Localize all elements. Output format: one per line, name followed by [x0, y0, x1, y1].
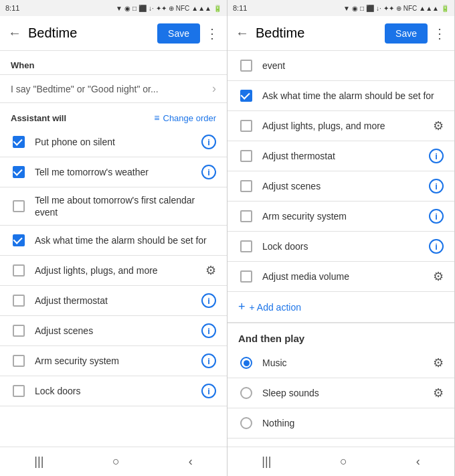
- radio-music[interactable]: [238, 355, 254, 371]
- add-action-button[interactable]: + + Add action: [227, 292, 454, 322]
- info-icon-adjust-scenes[interactable]: i: [201, 323, 216, 338]
- action-text-tell-weather: Tell me tomorrow's weather: [35, 166, 201, 178]
- action-text-arm-security: Arm security system: [35, 355, 201, 367]
- action-text-lock-doors-r: Lock doors: [262, 240, 429, 252]
- chevron-right-icon: ›: [212, 82, 216, 96]
- status-time-right: 8:11: [233, 4, 247, 12]
- list-lines-icon: ≡: [154, 112, 159, 123]
- info-icon-arm-security-r[interactable]: i: [429, 209, 444, 224]
- nav-recent-icon-right[interactable]: |||: [262, 455, 271, 469]
- status-bar-right: 8:11 ▼ ◉ □ ⬛ ↓· ✦✦ ⊕ NFC ▲▲▲ 🔋: [227, 0, 454, 16]
- radio-item-music: Music ⚙: [227, 348, 454, 378]
- action-text-adjust-thermostat: Adjust thermostat: [35, 295, 201, 307]
- checkbox-adjust-thermostat[interactable]: [11, 293, 27, 309]
- radio-text-nothing: Nothing: [262, 418, 444, 428]
- action-text-arm-security-r: Arm security system: [262, 210, 429, 222]
- checkbox-adjust-media-r[interactable]: [238, 268, 254, 285]
- radio-text-sleep-sounds: Sleep sounds: [262, 388, 433, 398]
- action-text-put-phone-silent: Put phone on silent: [35, 136, 201, 148]
- nav-home-icon-left[interactable]: ○: [112, 455, 120, 469]
- top-partial-item: event: [227, 51, 454, 81]
- status-icons-right: ▼ ◉ □ ⬛ ↓· ✦✦ ⊕ NFC ▲▲▲ 🔋: [343, 5, 449, 12]
- info-icon-put-phone-silent[interactable]: i: [201, 135, 216, 149]
- gear-icon-music[interactable]: ⚙: [433, 355, 444, 370]
- save-button-left[interactable]: Save: [157, 23, 200, 44]
- action-text-adjust-media-r: Adjust media volume: [262, 270, 433, 283]
- action-item-lock-doors-r: Lock doors i: [227, 232, 454, 261]
- radio-sleep-sounds[interactable]: [238, 385, 254, 401]
- action-item-adjust-lights-r: Adjust lights, plugs, and more ⚙: [227, 111, 454, 141]
- radio-item-sleep-sounds: Sleep sounds ⚙: [227, 378, 454, 408]
- checkbox-partial[interactable]: [238, 58, 254, 74]
- left-panel-content: When I say "Bedtime" or "Good night" or.…: [0, 51, 227, 447]
- action-text-ask-alarm-r: Ask what time the alarm should be set fo…: [262, 90, 444, 102]
- more-button-right[interactable]: ⋮: [433, 25, 446, 42]
- action-item-adjust-media-r: Adjust media volume ⚙: [227, 262, 454, 291]
- checkbox-tell-weather[interactable]: [11, 164, 27, 180]
- add-action-label: + Add action: [250, 302, 301, 313]
- left-panel: 8:11 ▼ ◉ □ ⬛ ↓· ✦✦ ⊕ NFC ▲▲▲ 🔋 ← Bedtime…: [0, 0, 227, 476]
- action-item-arm-security-r: Arm security system i: [227, 202, 454, 231]
- action-item-ask-alarm-r: Ask what time the alarm should be set fo…: [227, 81, 454, 110]
- back-button-right[interactable]: ←: [236, 25, 249, 41]
- info-icon-lock-doors-r[interactable]: i: [429, 239, 444, 254]
- assistant-will-label: Assistant will: [11, 113, 66, 123]
- checkbox-ask-alarm-r[interactable]: [238, 88, 254, 104]
- nav-back-icon-right[interactable]: ‹: [416, 455, 420, 469]
- nav-bar-right: ||| ○ ‹: [227, 447, 454, 476]
- radio-nothing[interactable]: [238, 415, 254, 431]
- checkbox-adjust-scenes-r[interactable]: [238, 178, 254, 194]
- when-trigger[interactable]: I say "Bedtime" or "Good night" or... ›: [0, 74, 227, 103]
- nav-back-icon-left[interactable]: ‹: [189, 455, 193, 469]
- partial-text: event: [262, 60, 444, 72]
- checkbox-arm-security[interactable]: [11, 353, 27, 369]
- radio-item-nothing: Nothing: [227, 408, 454, 438]
- top-bar-left: ← Bedtime Save ⋮: [0, 16, 227, 51]
- info-icon-adjust-thermostat[interactable]: i: [201, 293, 216, 308]
- screen-title-right: Bedtime: [256, 25, 385, 41]
- action-item-adjust-thermostat-r: Adjust thermostat i: [227, 141, 454, 171]
- checkbox-lock-doors-r[interactable]: [238, 238, 254, 254]
- back-button-left[interactable]: ←: [8, 25, 21, 41]
- info-icon-adjust-scenes-r[interactable]: i: [429, 179, 444, 193]
- and-then-section-label: And then play: [227, 323, 454, 348]
- save-button-right[interactable]: Save: [385, 23, 428, 44]
- action-text-adjust-scenes: Adjust scenes: [35, 325, 201, 337]
- checkbox-ask-alarm[interactable]: [11, 232, 27, 248]
- right-panel-content: event Ask what time the alarm should be …: [227, 51, 454, 447]
- right-panel: 8:11 ▼ ◉ □ ⬛ ↓· ✦✦ ⊕ NFC ▲▲▲ 🔋 ← Bedtime…: [227, 0, 455, 476]
- info-icon-arm-security[interactable]: i: [201, 353, 216, 368]
- action-text-adjust-lights-r: Adjust lights, plugs, and more: [262, 120, 433, 132]
- checkbox-adjust-scenes[interactable]: [11, 323, 27, 339]
- nav-recent-icon-left[interactable]: |||: [34, 455, 43, 469]
- info-icon-tell-weather[interactable]: i: [201, 165, 216, 179]
- action-text-ask-alarm: Ask what time the alarm should be set fo…: [35, 234, 216, 246]
- more-button-left[interactable]: ⋮: [205, 25, 219, 42]
- action-text-adjust-scenes-r: Adjust scenes: [262, 180, 429, 192]
- top-bar-right: ← Bedtime Save ⋮: [227, 16, 454, 51]
- info-icon-lock-doors[interactable]: i: [201, 384, 216, 398]
- gear-icon-adjust-lights-r[interactable]: ⚙: [433, 118, 444, 133]
- add-action-plus-icon: +: [238, 300, 246, 314]
- action-text-lock-doors: Lock doors: [35, 385, 201, 397]
- gear-icon-adjust-lights[interactable]: ⚙: [205, 263, 216, 278]
- status-icons-left: ▼ ◉ □ ⬛ ↓· ✦✦ ⊕ NFC ▲▲▲ 🔋: [116, 5, 221, 12]
- change-order-button[interactable]: ≡ Change order: [154, 112, 216, 123]
- checkbox-adjust-thermostat-r[interactable]: [238, 148, 254, 164]
- gear-icon-sleep-sounds[interactable]: ⚙: [433, 386, 444, 400]
- gear-icon-adjust-media-r[interactable]: ⚙: [433, 269, 444, 284]
- nav-home-icon-right[interactable]: ○: [340, 455, 347, 469]
- status-bar-left: 8:11 ▼ ◉ □ ⬛ ↓· ✦✦ ⊕ NFC ▲▲▲ 🔋: [0, 0, 227, 16]
- checkbox-put-phone-silent[interactable]: [11, 134, 27, 150]
- checkbox-tell-calendar[interactable]: [11, 198, 27, 214]
- info-icon-adjust-thermostat-r[interactable]: i: [429, 149, 444, 163]
- checkbox-arm-security-r[interactable]: [238, 208, 254, 224]
- when-label: When: [0, 51, 227, 74]
- checkbox-lock-doors[interactable]: [11, 383, 27, 399]
- assistant-will-header: Assistant will ≡ Change order: [0, 103, 227, 127]
- status-time-left: 8:11: [5, 4, 19, 12]
- action-text-adjust-lights: Adjust lights, plugs, and more: [35, 264, 205, 276]
- checkbox-adjust-lights-r[interactable]: [238, 118, 254, 134]
- checkbox-adjust-lights[interactable]: [11, 262, 27, 279]
- nav-bar-left: ||| ○ ‹: [0, 447, 227, 476]
